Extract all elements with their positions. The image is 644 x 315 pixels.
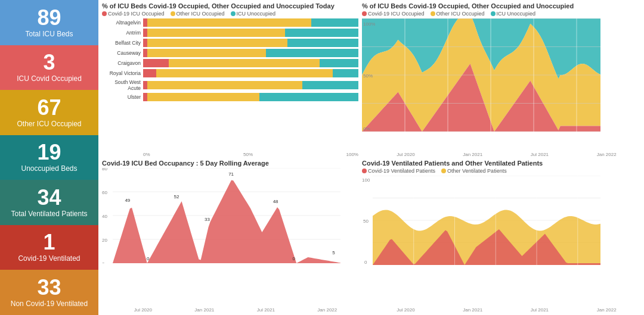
sidebar: 89Total ICU Beds3ICU Covid Occupied67Oth… <box>0 0 98 315</box>
bar-chart-panel: % of ICU Beds Covid-19 Occupied, Other O… <box>102 2 358 157</box>
svg-text:100%: 100% <box>363 21 375 27</box>
bar-label: Causeway <box>102 50 141 56</box>
stat-number: 1 <box>43 232 55 253</box>
legend-item: Other Ventilated Patients <box>441 168 507 174</box>
bar-label: Royal Victoria <box>102 70 141 76</box>
main-content: % of ICU Beds Covid-19 Occupied, Other O… <box>98 0 644 315</box>
area-chart-top-title: % of ICU Beds Covid-19 Occupied, Other O… <box>362 2 640 10</box>
svg-text:60: 60 <box>102 190 107 195</box>
bar-track <box>143 39 358 47</box>
covid-seg <box>143 29 147 37</box>
top-right-x-labels: Jul 2020Jan 2021Jul 2021Jan 2022 <box>362 152 640 157</box>
rolling-avg-panel: Covid-19 ICU Bed Occupancy : 5 Day Rolli… <box>102 160 358 313</box>
svg-text:100: 100 <box>362 177 370 183</box>
legend-dot <box>231 11 236 16</box>
legend-dot <box>171 11 175 16</box>
legend-dot <box>491 11 496 16</box>
x-label: Jan 2021 <box>463 152 482 157</box>
legend-label: Other ICU Occupied <box>177 11 225 17</box>
stat-number: 19 <box>37 142 61 163</box>
bar-track <box>143 93 358 101</box>
bar-x-axis: 0%50%100% <box>102 152 358 157</box>
unoccupied-seg <box>311 18 358 27</box>
other-seg <box>156 69 333 77</box>
other-seg <box>147 49 266 57</box>
unoccupied-seg <box>285 29 358 37</box>
legend-label: Other ICU Occupied <box>436 11 485 17</box>
svg-text:20: 20 <box>102 238 107 243</box>
legend-label: Covid-19 Ventilated Patients <box>368 168 435 174</box>
x-label: Jul 2021 <box>531 152 549 157</box>
bar-track <box>143 81 358 89</box>
stat-card: 67Other ICU Occupied <box>0 90 98 135</box>
svg-text:0%: 0% <box>363 126 370 132</box>
bar-label: Ulster <box>102 94 141 100</box>
stat-number: 33 <box>37 277 61 298</box>
stat-card: 33Non Covid-19 Ventilated <box>0 270 98 315</box>
stat-label: Covid-19 Ventilated <box>18 254 80 263</box>
legend-label: ICU Unoccupied <box>497 11 536 17</box>
other-seg <box>147 18 311 27</box>
legend-item: ICU Unoccupied <box>491 11 536 17</box>
legend-item: ICU Unoccupied <box>231 11 276 17</box>
rolling-avg-chart: 8060402004905233714805 <box>102 168 358 307</box>
bar-label: South West Acute <box>102 79 141 91</box>
x-label: Jan 2022 <box>597 307 617 313</box>
svg-text:0: 0 <box>292 256 295 261</box>
stat-label: ICU Covid Occupied <box>17 74 82 83</box>
legend-item: Other ICU Occupied <box>431 11 485 17</box>
x-label: Jul 2020 <box>397 152 414 157</box>
stat-number: 67 <box>37 97 61 118</box>
svg-text:33: 33 <box>205 217 210 222</box>
x-label: Jan 2022 <box>597 152 617 157</box>
stat-label: Unoccupied Beds <box>21 164 77 173</box>
stat-number: 34 <box>37 187 61 208</box>
bar-row: Causeway <box>102 49 358 57</box>
legend-item: Covid-19 ICU Occupied <box>102 11 165 17</box>
bar-row: South West Acute <box>102 79 358 91</box>
covid-seg <box>143 81 147 89</box>
bar-row: Craigavon <box>102 59 358 67</box>
bar-label: Belfast City <box>102 40 141 46</box>
ventilated-title: Covid-19 Ventilated Patients and Other V… <box>362 160 640 167</box>
bar-track <box>143 49 358 57</box>
covid-seg <box>143 69 156 77</box>
other-seg <box>147 93 259 101</box>
ventilated-legend: Covid-19 Ventilated PatientsOther Ventil… <box>362 168 640 174</box>
legend-dot <box>362 169 367 173</box>
unoccupied-seg <box>333 69 358 77</box>
legend-item: Other ICU Occupied <box>171 11 225 17</box>
rolling-avg-title: Covid-19 ICU Bed Occupancy : 5 Day Rolli… <box>102 160 358 167</box>
unoccupied-seg <box>320 59 358 67</box>
bar-row: Royal Victoria <box>102 69 358 77</box>
stat-card: 1Covid-19 Ventilated <box>0 225 98 270</box>
covid-seg <box>143 18 147 27</box>
x-label: Jul 2021 <box>257 307 275 313</box>
stat-card: 19Unoccupied Beds <box>0 135 98 180</box>
legend-dot <box>431 11 435 16</box>
stat-number: 3 <box>43 52 55 73</box>
svg-text:0: 0 <box>102 261 105 263</box>
legend-item: Covid-19 Ventilated Patients <box>362 168 435 174</box>
legend-dot <box>362 11 367 16</box>
bar-label: Craigavon <box>102 60 141 66</box>
bottom-left-x-labels: Jul 2020Jan 2021Jul 2021Jan 2022 <box>102 307 358 313</box>
x-label: Jul 2021 <box>531 307 549 313</box>
ventilated-panel: Covid-19 Ventilated Patients and Other V… <box>362 160 640 313</box>
svg-text:48: 48 <box>273 199 278 204</box>
covid-seg <box>143 39 147 47</box>
other-seg <box>147 39 287 47</box>
other-seg <box>147 29 285 37</box>
stat-card: 89Total ICU Beds <box>0 0 98 45</box>
svg-text:50: 50 <box>363 219 369 224</box>
bar-chart-legend: Covid-19 ICU OccupiedOther ICU OccupiedI… <box>102 11 358 17</box>
area-chart-top-legend: Covid-19 ICU OccupiedOther ICU OccupiedI… <box>362 11 640 17</box>
stat-number: 89 <box>37 7 61 29</box>
legend-item: Covid-19 ICU Occupied <box>362 11 425 17</box>
stat-label: Other ICU Occupied <box>17 120 81 128</box>
bar-label: Altnagelvin <box>102 20 141 26</box>
stat-label: Non Covid-19 Ventilated <box>11 300 88 308</box>
bar-track <box>143 18 358 27</box>
ventilated-chart: 100500 <box>362 176 640 307</box>
svg-text:0: 0 <box>147 256 150 261</box>
